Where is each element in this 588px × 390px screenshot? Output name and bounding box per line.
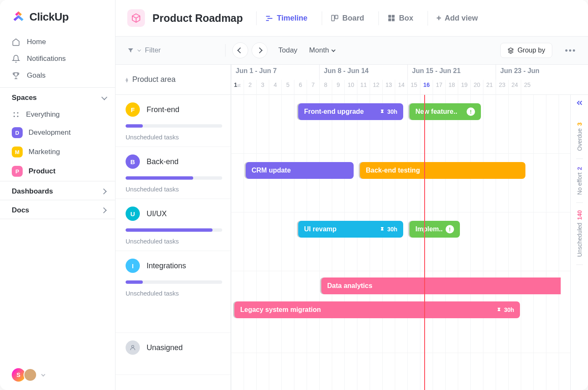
day-label: 21 [483,80,496,95]
row-label[interactable]: BBack-endUnscheduled tasks [116,147,231,199]
task-label: Legacy system migration [240,306,321,314]
filter-button[interactable]: Filter [127,46,161,55]
period-label: Month [309,46,329,55]
row-label[interactable]: Unasigned [116,333,231,375]
rail-overdue-count: 3 [576,123,583,126]
nav-goals[interactable]: Goals [0,67,115,84]
timeline-row-integrations: Data analytics Legacy system migration 3… [231,271,588,353]
filter-label: Filter [145,46,161,55]
more-button[interactable]: ••• [565,46,576,55]
task-data-analytics[interactable]: Data analytics [321,277,561,294]
chevron-down-icon [101,94,107,100]
nav-notifications[interactable]: Notifications [0,50,115,67]
view-box-label: Box [399,14,413,23]
sidebar-space-marketing[interactable]: MMarketing [0,142,115,162]
day-label: 4 [269,80,281,95]
groupby-label: Group by [517,47,545,54]
task-legacy-migration[interactable]: Legacy system migration 30h [234,301,520,318]
day-label: 18 [445,80,458,95]
task-backend-testing[interactable]: Back-end testing [360,162,525,179]
chevron-down-icon [331,48,336,52]
docs-header[interactable]: Docs [0,200,115,219]
view-board-label: Board [342,14,364,23]
day-label: 6 [294,80,307,95]
task-crm-update[interactable]: CRM update [246,162,354,179]
svg-point-1 [17,112,18,113]
sidebar-space-product[interactable]: PProduct [0,162,115,181]
everything-label: Everything [26,110,60,119]
period-dropdown[interactable]: Month [309,46,334,55]
spaces-header[interactable]: Spaces [0,87,115,106]
dashboards-label: Dashboards [12,187,53,196]
row-label[interactable]: UUI/UXUnscheduled tasks [116,199,231,251]
nav-home[interactable]: Home [0,34,115,50]
timeline-row-frontend: Front-end upgrade 30h New feature.. ! [231,95,588,154]
svg-rect-10 [392,15,395,18]
box-icon [131,13,141,23]
nav-goals-label: Goals [27,71,45,80]
timeline-grid[interactable]: Jun 1 - Jun 7Jun 8 - Jun 14Jun 15 - Jun … [231,65,588,390]
day-label: 13 [382,80,395,95]
svg-rect-12 [392,18,395,21]
view-tab-timeline[interactable]: Timeline [256,11,312,25]
logo[interactable]: ClickUp [0,0,115,30]
day-label: 7 [307,80,319,95]
timeline-icon [265,14,273,22]
today-line [424,95,425,390]
sidebar-space-development[interactable]: DDevelopment [0,123,115,142]
user-menu[interactable]: S [0,360,115,390]
task-label: Back-end testing [366,167,420,174]
row-avatar [126,340,140,355]
clickup-logo-icon [12,10,25,24]
task-label: New feature.. [415,108,457,115]
day-label: 9 [332,80,344,95]
task-label: UI revamp [304,225,336,233]
chevron-right-icon [101,188,107,194]
row-label[interactable]: IIntegrationsUnscheduled tasks [116,251,231,333]
unscheduled-label: Unscheduled tasks [126,290,220,297]
unscheduled-label: Unscheduled tasks [126,238,220,245]
view-tab-box[interactable]: Box [378,11,418,25]
chevron-right-icon [257,47,262,53]
unscheduled-label: Unscheduled tasks [126,186,220,193]
groupby-button[interactable]: Group by [500,43,552,58]
row-label[interactable]: FFront-endUnscheduled tasks [116,95,231,147]
rail-overdue[interactable]: Overdue 3 [576,115,583,159]
task-implem[interactable]: Implem.. ! [410,221,460,238]
svg-point-2 [13,116,15,117]
task-ui-revamp[interactable]: UI revamp 30h [298,221,403,238]
day-label: 12 [370,80,382,95]
row-name: Unasigned [147,343,183,352]
day-label: 23 [496,80,508,95]
prev-button[interactable] [232,42,248,58]
column-header[interactable]: ▴▾ Product area [116,65,231,95]
row-name: Front-end [147,105,179,114]
view-tab-board[interactable]: Board [322,11,369,25]
chevron-double-left-icon [576,99,583,107]
plus-icon: + [436,13,441,23]
rail-unscheduled[interactable]: Unscheduled 140 [576,203,583,265]
rail-noeffort[interactable]: No effort 2 [576,159,583,203]
docs-label: Docs [12,206,29,215]
task-frontend-upgrade[interactable]: Front-end upgrade 30h [298,103,403,120]
task-new-feature[interactable]: New feature.. ! [410,103,481,120]
task-duration: 30h [387,226,397,233]
next-button[interactable] [252,42,268,58]
progress-bar [126,176,222,180]
dashboards-header[interactable]: Dashboards [0,181,115,200]
week-label: Jun 15 - Jun 21 [407,65,496,80]
layers-icon [507,47,514,54]
rail-unscheduled-count: 140 [576,210,583,220]
task-duration: 30h [387,108,397,115]
rail-collapse-button[interactable] [576,95,583,115]
row-avatar: U [126,207,140,221]
add-view-button[interactable]: + Add view [428,11,483,26]
sidebar-everything[interactable]: Everything [0,106,115,123]
box-grid-icon [387,14,396,22]
timeline-row-backend: CRM update Back-end testing [231,154,588,212]
page-icon [127,9,145,27]
column-header-label: Product area [132,75,176,84]
home-icon [12,38,20,46]
today-button[interactable]: Today [278,46,297,55]
rail-overdue-label: Overdue [576,128,583,151]
